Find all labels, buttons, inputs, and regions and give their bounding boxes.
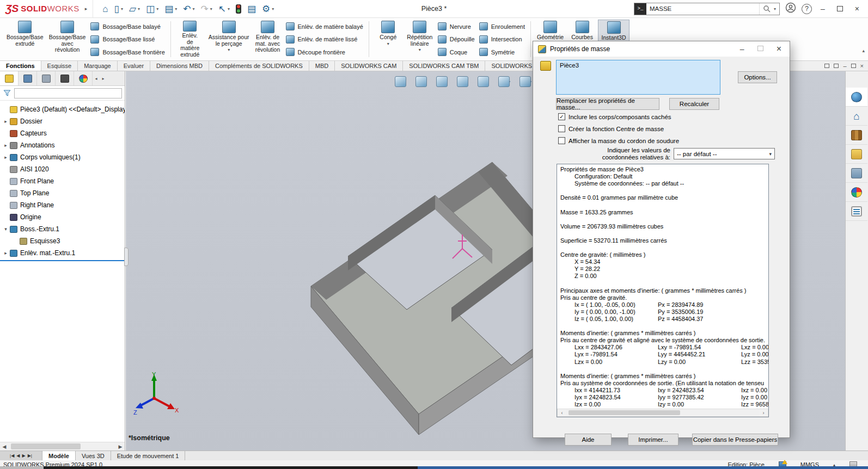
- tree-filter-input[interactable]: [14, 88, 122, 98]
- undo-button[interactable]: ↶▾: [180, 3, 197, 15]
- previous-view-button[interactable]: [433, 75, 450, 88]
- new-document-button[interactable]: ▯▾: [112, 3, 126, 15]
- pane2-icon[interactable]: [834, 64, 839, 68]
- next-tab-icon[interactable]: ▶: [22, 453, 26, 458]
- scroll-right-icon[interactable]: ▶: [116, 444, 125, 449]
- linear-pattern-button-dropdown-icon[interactable]: ▾: [419, 47, 421, 52]
- print-button[interactable]: ▤▾: [162, 3, 180, 15]
- tab-solidworks-cam-tbm[interactable]: SOLIDWORKS CAM TBM: [403, 61, 485, 71]
- tree-expand-icon[interactable]: ▸: [2, 143, 9, 148]
- displaymanager-tab[interactable]: [74, 71, 93, 85]
- checkbox-1[interactable]: [558, 125, 565, 132]
- home-pane-button[interactable]: ⌂: [846, 107, 867, 126]
- report-scroll-left-icon[interactable]: ‹: [558, 410, 566, 416]
- tree-item[interactable]: ▸Dossier: [0, 115, 125, 127]
- view-palette-button[interactable]: [846, 164, 867, 183]
- options-gear-button[interactable]: ⚙▾: [259, 3, 277, 15]
- doc-restore-button[interactable]: [851, 64, 856, 68]
- tree-item[interactable]: ▸Annotations: [0, 139, 125, 151]
- bottom-tab-vues-3d[interactable]: Vues 3D: [76, 451, 111, 460]
- scroll-thumb[interactable]: [11, 443, 81, 449]
- fillet-button-dropdown-icon[interactable]: ▾: [387, 41, 389, 46]
- bottom-tab-etude-de-mouvement-1[interactable]: Etude de mouvement 1: [111, 451, 186, 460]
- copy-to-clipboard-button[interactable]: Copier dans le Presse-papiers: [692, 434, 778, 446]
- print-button[interactable]: Imprimer...: [628, 434, 678, 446]
- boundary-boss-button[interactable]: Bossage/Base frontière: [90, 46, 164, 58]
- mass-properties-report[interactable]: Propriétés de masse de Pièce3Configurati…: [557, 164, 769, 417]
- tab-solidworks-cam[interactable]: SOLIDWORKS CAM: [335, 61, 403, 71]
- tree-item[interactable]: Capteurs: [0, 127, 125, 139]
- doc-minimize-button[interactable]: –: [843, 63, 846, 69]
- checkbox-2[interactable]: [558, 137, 565, 144]
- open-button[interactable]: ▱▾: [126, 3, 143, 15]
- linear-pattern-button[interactable]: Répétition linéaire▾: [404, 20, 436, 59]
- redo-button[interactable]: ↷▾: [198, 3, 215, 15]
- tree-item[interactable]: Esquisse3: [0, 235, 125, 247]
- recalculate-button[interactable]: Recalculer: [669, 98, 719, 110]
- tree-expand-icon[interactable]: ▸: [2, 119, 9, 124]
- search-submit[interactable]: ▾: [759, 3, 779, 15]
- revolve-boss-button[interactable]: Bossage/Base avec révolution: [46, 20, 89, 59]
- swept-boss-button[interactable]: Bossage/Base balayé: [90, 20, 164, 33]
- tab-dimensions-mbd[interactable]: Dimensions MBD: [150, 61, 209, 71]
- help-button[interactable]: ?: [802, 4, 812, 14]
- dialog-minimize-button[interactable]: –: [737, 45, 748, 53]
- doc-close-button[interactable]: ×: [860, 63, 864, 69]
- panel-horizontal-scrollbar[interactable]: ◀ ▶: [0, 442, 125, 451]
- rollback-bar[interactable]: [0, 260, 125, 261]
- bottom-tab-mod-le[interactable]: Modèle: [42, 451, 76, 460]
- save-button-dropdown-icon[interactable]: ▾: [156, 7, 158, 11]
- lofted-boss-button[interactable]: Bossage/Base lissé: [90, 33, 164, 46]
- boundary-cut-button[interactable]: Découpe frontière: [286, 46, 363, 58]
- tab-scroll-right-icon[interactable]: ▸: [100, 71, 107, 85]
- fillet-button[interactable]: Congé▾: [372, 20, 404, 59]
- tree-item[interactable]: ▾Boss.-Extru.1: [0, 223, 125, 235]
- options-gear-button-dropdown-icon[interactable]: ▾: [272, 7, 274, 11]
- save-button[interactable]: ◫▾: [143, 3, 161, 15]
- revolved-cut-button[interactable]: Enlèv. de mat. avec révolution: [252, 20, 284, 59]
- search-scope-dropdown-icon[interactable]: ▾: [774, 7, 776, 11]
- pane-icon[interactable]: [824, 64, 829, 68]
- tree-item[interactable]: ▸Corps volumiques(1): [0, 151, 125, 163]
- tree-item[interactable]: Top Plane: [0, 187, 125, 199]
- lofted-cut-button[interactable]: Enlèv. de matière lissé: [286, 33, 363, 46]
- boss-extrude-button[interactable]: Bossage/Base extrudé: [4, 20, 46, 59]
- menu-expand-arrow-icon[interactable]: ▸: [85, 6, 88, 11]
- configurationmanager-tab[interactable]: [37, 71, 56, 85]
- dialog-titlebar[interactable]: Propriétés de masse – ×: [533, 41, 790, 57]
- custom-properties-button[interactable]: [846, 202, 867, 221]
- tab-nav-buttons[interactable]: |◀ ◀ ▶ ▶|: [0, 451, 42, 460]
- home-button[interactable]: ⌂: [100, 3, 111, 15]
- command-search[interactable]: >_ ▾: [634, 3, 780, 15]
- panel-splitter-handle[interactable]: [124, 248, 129, 266]
- select-button-dropdown-icon[interactable]: ▾: [228, 7, 230, 11]
- file-explorer-button[interactable]: [846, 145, 867, 164]
- rib-button[interactable]: Nervure: [438, 20, 475, 33]
- tab-esquisse[interactable]: Esquisse: [41, 61, 78, 71]
- tab-scroll-left-icon[interactable]: ◂: [93, 71, 100, 85]
- hole-wizard-button[interactable]: Assistance pour le perçage▾: [206, 20, 252, 59]
- report-scroll-thumb[interactable]: [569, 410, 680, 415]
- tab-fonctions[interactable]: Fonctions: [0, 61, 41, 71]
- options-button[interactable]: Options...: [738, 71, 777, 83]
- report-scroll-track[interactable]: [566, 409, 759, 416]
- hole-wizard-button-dropdown-icon[interactable]: ▾: [228, 47, 230, 52]
- dimxpertmanager-tab[interactable]: [56, 71, 74, 85]
- dialog-close-button[interactable]: ×: [773, 44, 785, 54]
- tree-expand-icon[interactable]: ▾: [2, 226, 9, 232]
- tab-evaluer[interactable]: Evaluer: [118, 61, 150, 71]
- prev-tab-icon[interactable]: ◀: [16, 453, 20, 458]
- evaluate-list-button[interactable]: ▤: [244, 3, 259, 15]
- tree-item[interactable]: Right Plane: [0, 199, 125, 211]
- print-button-dropdown-icon[interactable]: ▾: [175, 7, 177, 11]
- view-orientation-button[interactable]: ▾: [496, 75, 513, 88]
- design-library-button[interactable]: [846, 126, 867, 145]
- section-view-button[interactable]: [454, 75, 471, 88]
- shell-button[interactable]: Coque: [438, 46, 475, 58]
- scroll-track[interactable]: [9, 442, 116, 451]
- tree-item[interactable]: AISI 1020: [0, 163, 125, 175]
- open-button-dropdown-icon[interactable]: ▾: [138, 7, 140, 11]
- window-close-button[interactable]: ×: [852, 4, 863, 13]
- tree-expand-icon[interactable]: ▸: [2, 250, 9, 256]
- featuremanager-tab[interactable]: [0, 71, 19, 85]
